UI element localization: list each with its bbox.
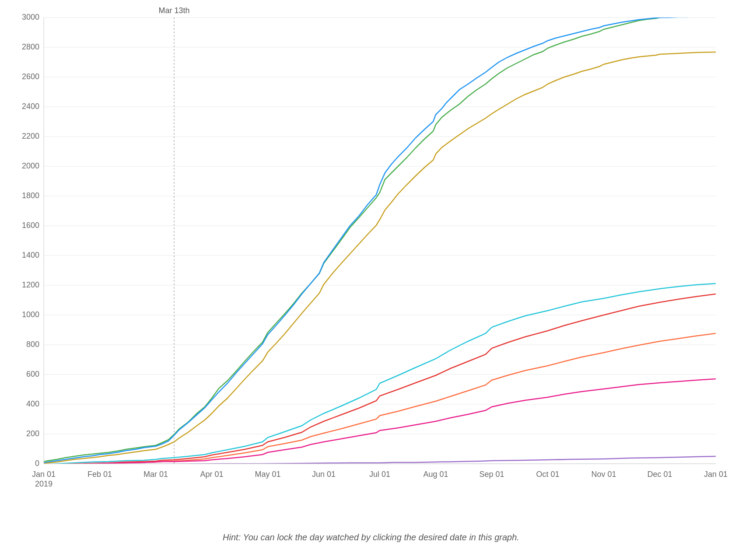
- svg-text:Nov 01: Nov 01: [591, 470, 616, 479]
- line-orange: [44, 333, 716, 465]
- svg-text:Jun 01: Jun 01: [312, 470, 336, 479]
- line-green: [44, 15, 716, 462]
- line-gold: [44, 52, 716, 464]
- main-chart[interactable]: 0 200 400 600 800 1000 1200 1400 1600 18…: [0, 0, 742, 560]
- line-red: [44, 294, 716, 465]
- svg-text:Jan 01: Jan 01: [32, 470, 56, 479]
- svg-text:2800: 2800: [22, 42, 39, 51]
- chart-container[interactable]: 0 200 400 600 800 1000 1200 1400 1600 18…: [0, 0, 742, 560]
- svg-text:Apr 01: Apr 01: [200, 470, 223, 479]
- svg-text:800: 800: [26, 340, 39, 349]
- svg-text:Mar 01: Mar 01: [144, 470, 168, 479]
- svg-text:1000: 1000: [22, 310, 39, 319]
- y-axis-labels: 0 200 400 600 800 1000 1200 1400 1600 18…: [22, 13, 39, 468]
- svg-text:Jan 01: Jan 01: [704, 470, 728, 479]
- line-cyan: [44, 284, 716, 465]
- svg-text:Sep 01: Sep 01: [479, 470, 504, 479]
- svg-text:1800: 1800: [22, 191, 39, 200]
- hint-text: Hint: You can lock the day watched by cl…: [0, 532, 742, 542]
- svg-text:600: 600: [26, 370, 39, 378]
- svg-text:Dec 01: Dec 01: [647, 470, 672, 479]
- svg-text:1200: 1200: [22, 280, 39, 289]
- line-pink: [44, 379, 716, 465]
- svg-text:1600: 1600: [22, 221, 39, 230]
- svg-text:Aug 01: Aug 01: [423, 470, 448, 479]
- svg-text:400: 400: [26, 399, 39, 408]
- svg-text:2019: 2019: [35, 480, 52, 488]
- svg-text:Oct 01: Oct 01: [536, 470, 559, 479]
- svg-text:2000: 2000: [22, 161, 39, 170]
- svg-text:May 01: May 01: [255, 470, 280, 479]
- svg-text:1400: 1400: [22, 251, 39, 259]
- marker-label: Mar 13th: [158, 6, 189, 15]
- svg-text:2200: 2200: [22, 132, 39, 140]
- line-flat: [44, 465, 716, 465]
- svg-text:2600: 2600: [22, 72, 39, 81]
- svg-text:200: 200: [26, 429, 39, 438]
- svg-text:2400: 2400: [22, 102, 39, 111]
- svg-text:Feb 01: Feb 01: [88, 470, 112, 479]
- svg-text:3000: 3000: [22, 13, 39, 21]
- svg-text:Jul 01: Jul 01: [369, 470, 390, 479]
- svg-text:0: 0: [35, 459, 39, 468]
- x-axis-labels: Jan 01 2019 Feb 01 Mar 01 Apr 01 May 01 …: [32, 470, 728, 488]
